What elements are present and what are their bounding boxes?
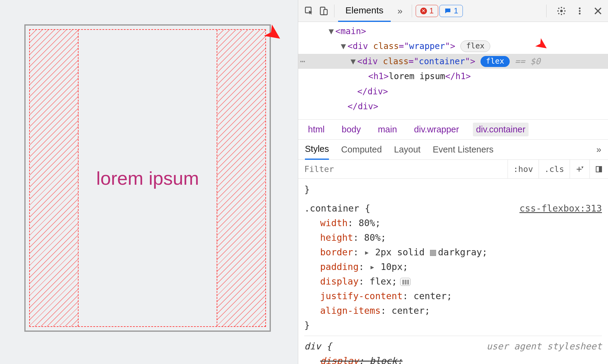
subtab-styles[interactable]: Styles — [305, 140, 329, 160]
decl-width[interactable]: width: 80%; — [304, 216, 602, 230]
svg-rect-2 — [324, 9, 327, 15]
toolbar-separator — [546, 5, 547, 17]
decl-align-items[interactable]: align-items: center; — [304, 303, 602, 318]
devtools-panel: Elements » ✕ 1 1 ▼<main> ▼<div class="wr… — [298, 0, 608, 364]
cls-toggle[interactable]: .cls — [539, 160, 570, 178]
preview-container: lorem ipsum — [24, 24, 271, 332]
flex-badge[interactable]: flex — [460, 40, 490, 52]
crumb-body[interactable]: body — [339, 123, 364, 136]
settings-gear-icon[interactable] — [556, 5, 567, 17]
rule-selector[interactable]: .container { — [304, 201, 370, 216]
flex-editor-icon[interactable] — [400, 278, 411, 286]
kebab-menu-icon[interactable] — [574, 5, 585, 17]
rule-container[interactable]: .container { css-flexbox:313 width: 80%;… — [304, 201, 602, 333]
dom-node-container[interactable]: ▼<div class="container"> flex == $0 — [298, 54, 608, 69]
error-dot-icon: ✕ — [420, 8, 427, 14]
rule-source-ua: user agent stylesheet — [487, 339, 602, 354]
flex-badge-active[interactable]: flex — [480, 56, 510, 67]
computed-toggle-icon[interactable] — [589, 160, 608, 178]
color-swatch-icon[interactable] — [430, 250, 436, 256]
inspect-element-icon[interactable] — [302, 4, 316, 18]
devtools-toolbar: Elements » ✕ 1 1 — [298, 0, 608, 22]
rule-stub-close: } — [304, 182, 602, 197]
dom-node-h1[interactable]: <h1>lorem ipsum</h1> — [298, 69, 608, 84]
selected-node-marker: == $0 — [510, 56, 540, 66]
dom-node-container-close[interactable]: </div> — [298, 84, 608, 99]
styles-filter-bar: :hov .cls ▾ — [298, 160, 608, 179]
svg-point-3 — [560, 9, 563, 12]
styles-filter-input[interactable] — [298, 164, 508, 174]
subtab-events[interactable]: Event Listeners — [433, 140, 494, 160]
styles-subtabs: Styles Computed Layout Event Listeners » — [298, 140, 608, 160]
crumb-wrapper[interactable]: div.wrapper — [411, 123, 462, 136]
crumb-html[interactable]: html — [305, 123, 328, 136]
decl-padding[interactable]: padding: ▸ 10px; — [304, 260, 602, 274]
subtab-layout[interactable]: Layout — [394, 140, 421, 160]
message-icon — [444, 7, 451, 15]
dom-node-wrapper[interactable]: ▼<div class="wrapper"> flex — [298, 39, 608, 54]
toggle-device-icon[interactable] — [317, 4, 330, 18]
decl-border[interactable]: border: ▸ 2px solid darkgray; — [304, 245, 602, 260]
toolbar-separator — [412, 5, 412, 17]
svg-point-4 — [579, 7, 581, 9]
messages-count: 1 — [454, 6, 458, 16]
tab-elements[interactable]: Elements — [338, 0, 391, 22]
preview-heading: lorem ipsum — [26, 167, 270, 189]
decl-display-overridden[interactable]: display: block; — [304, 354, 602, 364]
dom-node-main[interactable]: ▼<main> — [298, 24, 608, 39]
more-tabs-icon[interactable]: » — [392, 6, 408, 16]
svg-point-6 — [579, 12, 581, 14]
hov-toggle[interactable]: :hov — [508, 160, 539, 178]
new-style-rule-icon[interactable]: ▾ — [570, 160, 589, 178]
rendered-page-preview: lorem ipsum ➤ — [0, 0, 298, 364]
rule-selector[interactable]: div { — [304, 339, 332, 354]
subtab-computed[interactable]: Computed — [341, 140, 382, 160]
rule-div-ua[interactable]: div { user agent stylesheet display: blo… — [304, 336, 602, 364]
crumb-main[interactable]: main — [375, 123, 400, 136]
rule-close: } — [304, 318, 602, 333]
close-devtools-icon[interactable] — [592, 5, 604, 17]
crumb-container[interactable]: div.container — [473, 123, 528, 136]
styles-pane[interactable]: } .container { css-flexbox:313 width: 80… — [298, 179, 608, 364]
dom-breadcrumbs: html body main div.wrapper div.container — [298, 119, 608, 140]
toolbar-separator — [334, 5, 334, 17]
svg-point-5 — [579, 10, 581, 12]
dom-tree[interactable]: ▼<main> ▼<div class="wrapper"> flex ▼<di… — [298, 22, 608, 119]
decl-display[interactable]: display: flex; — [304, 274, 602, 289]
more-subtabs-icon[interactable]: » — [596, 140, 601, 160]
rule-source-link[interactable]: css-flexbox:313 — [519, 201, 602, 216]
errors-count: 1 — [429, 6, 434, 16]
decl-height[interactable]: height: 80%; — [304, 230, 602, 245]
decl-justify-content[interactable]: justify-content: center; — [304, 289, 602, 303]
errors-badge[interactable]: ✕ 1 — [416, 5, 438, 17]
dom-node-wrapper-close[interactable]: </div> — [298, 99, 608, 114]
svg-rect-8 — [599, 166, 602, 172]
messages-badge[interactable]: 1 — [439, 5, 463, 17]
